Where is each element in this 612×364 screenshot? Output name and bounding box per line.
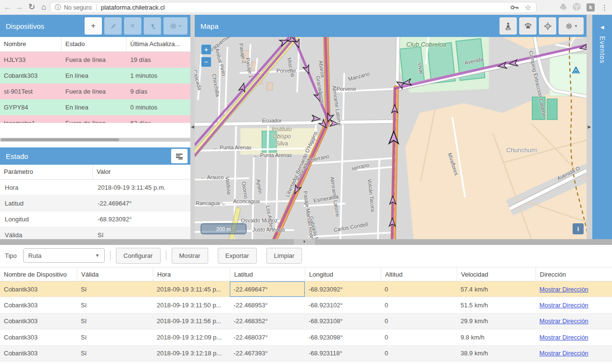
col-speed[interactable]: Velocidad	[457, 267, 536, 281]
collapse-right-icon[interactable]: ▶	[587, 124, 592, 129]
devices-horizontal-scrollbar[interactable]	[0, 138, 190, 142]
export-button[interactable]: Exportar	[218, 248, 257, 264]
col-estado[interactable]: Estado	[62, 37, 126, 51]
map-settings-button[interactable]: ▾	[559, 17, 584, 35]
report-type-value: Ruta	[28, 252, 41, 259]
chevron-down-icon: ▾	[179, 24, 181, 28]
status-list-button[interactable]	[171, 149, 187, 163]
edit-device-button[interactable]	[104, 17, 122, 35]
report-type-select[interactable]: Ruta ▼	[23, 248, 105, 263]
col-address[interactable]: Dirección	[536, 267, 612, 281]
col-time[interactable]: Hora	[153, 267, 230, 281]
device-row[interactable]: st-901Test Fuera de línea 9 días	[0, 84, 190, 99]
delete-device-button[interactable]: ×	[124, 17, 141, 35]
col-nombre[interactable]: Nombre	[0, 37, 62, 51]
cell-altitude: 0	[381, 329, 457, 345]
cell-altitude: 0	[381, 314, 457, 329]
cell-longitude: -68.923108°	[305, 314, 381, 329]
home-icon[interactable]: ⌂	[38, 1, 50, 13]
device-row[interactable]: HJLY33 Fuera de línea 19 días	[0, 52, 190, 68]
street-view-button[interactable]	[500, 17, 517, 35]
url-text[interactable]: plataforma.chiletrack.cl	[101, 4, 165, 11]
devices-panel: Dispositivos + × ▾	[0, 15, 190, 142]
configure-button[interactable]: Configurar	[116, 248, 161, 264]
collapse-left-icon[interactable]: ◀	[190, 124, 195, 129]
status-row[interactable]: Latitud -22.469647°	[0, 195, 190, 211]
key-icon[interactable]	[511, 3, 519, 12]
device-row[interactable]: tacometro1 Fuera de línea 62 días	[0, 115, 190, 123]
cell-speed: 29.9 km/h	[457, 314, 536, 329]
device-row[interactable]: Cobantk303 En línea 1 minutos	[0, 68, 190, 84]
locate-button[interactable]	[539, 17, 556, 35]
events-panel-title[interactable]: Eventos	[599, 36, 606, 64]
show-address-link[interactable]: Mostrar Dirección	[539, 286, 588, 293]
zoom-out-button[interactable]: −	[201, 57, 212, 67]
back-icon[interactable]: ←	[2, 1, 13, 13]
col-valid[interactable]: Válida	[77, 267, 153, 281]
col-altitude[interactable]: Altitud	[381, 267, 457, 281]
map-attribution-button[interactable]: i	[573, 223, 584, 234]
show-address-link[interactable]: Mostrar Dirección	[539, 317, 588, 325]
col-device[interactable]: Nombre de Dispositivo	[0, 267, 77, 281]
show-button[interactable]: Mostrar	[172, 248, 208, 264]
cell-speed: 57.4 km/h	[457, 281, 536, 297]
zoom-in-button[interactable]: +	[201, 44, 212, 55]
route-row[interactable]: Cobantk303 Sí 2018-09-19 3:12:18 p... -2…	[0, 346, 612, 362]
cell-latitude: -22.468352°	[230, 314, 305, 329]
devices-table-header[interactable]: Nombre Estado Última Actualiza...	[0, 37, 190, 52]
clear-button[interactable]: Limpiar	[266, 248, 302, 264]
info-icon[interactable]: ⓘ	[55, 3, 61, 12]
route-row-selected[interactable]: Cobantk303 Sí 2018-09-19 3:11:45 p... -2…	[0, 281, 612, 297]
status-panel: Estado Parámetro Valor Hora 2018-09-19 3…	[0, 147, 190, 239]
paw-button[interactable]	[519, 17, 537, 35]
k-extension-icon[interactable]: k	[587, 3, 595, 12]
route-table: Nombre de Dispositivo Válida Hora Latitu…	[0, 267, 612, 362]
forward-icon[interactable]: →	[13, 1, 25, 13]
reload-icon[interactable]: ↻	[26, 1, 37, 13]
status-row[interactable]: Válida Sí	[0, 227, 190, 239]
show-address-link[interactable]: Mostrar Dirección	[539, 350, 588, 357]
right-panel-splitter[interactable]: ▶	[587, 15, 592, 239]
map-scale-control: 200 m	[200, 223, 247, 234]
cell-device: Cobantk303	[0, 346, 77, 361]
upload-device-button[interactable]	[144, 17, 161, 35]
device-updated: 62 días	[126, 120, 190, 123]
device-updated: 9 días	[126, 88, 190, 95]
show-address-link[interactable]: Mostrar Dirección	[539, 302, 588, 309]
map-canvas[interactable]: Club Cobreloa Camping Extracción Calama …	[195, 37, 587, 239]
left-panel-splitter[interactable]: ◀	[190, 15, 195, 239]
bookmark-star-icon[interactable]: ☆	[525, 3, 531, 12]
scrollbar-thumb[interactable]	[1, 138, 119, 141]
device-row[interactable]: GYPY84 En línea 0 minutos	[0, 99, 190, 115]
devices-settings-button[interactable]: ▾	[163, 17, 187, 35]
security-label: No seguro	[64, 4, 92, 11]
browser-menu-icon[interactable]: ⋮	[601, 3, 608, 12]
col-longitude[interactable]: Longitud	[305, 267, 381, 281]
collapse-down-icon[interactable]: ▼	[294, 239, 315, 245]
route-table-header[interactable]: Nombre de Dispositivo Válida Hora Latitu…	[0, 267, 612, 281]
device-status: Fuera de línea	[62, 120, 126, 123]
collapse-left-icon[interactable]: ◀	[592, 24, 612, 30]
device-name: st-901Test	[0, 88, 62, 95]
show-address-link[interactable]: Mostrar Dirección	[539, 334, 588, 341]
route-row[interactable]: Cobantk303 Sí 2018-09-19 3:11:56 p... -2…	[0, 314, 612, 329]
status-table-header: Parámetro Valor	[0, 165, 190, 180]
col-latitude[interactable]: Latitud	[230, 267, 305, 281]
route-row[interactable]: Cobantk303 Sí 2018-09-19 3:11:50 p... -2…	[0, 297, 612, 313]
add-device-button[interactable]: +	[85, 17, 102, 35]
chevron-down-icon: ▾	[575, 24, 577, 28]
cell-speed: 9.8 km/h	[457, 329, 536, 345]
status-row[interactable]: Hora 2018-09-19 3:11:45 p.m.	[0, 180, 190, 195]
bottom-panel-splitter[interactable]: ▼	[0, 239, 612, 245]
col-actualizacion[interactable]: Última Actualiza...	[126, 37, 190, 51]
cell-longitude: -68.923098°	[305, 329, 381, 345]
cell-longitude: -68.923092°	[305, 281, 381, 297]
cell-latitude-focused[interactable]: -22.469647°	[230, 281, 305, 297]
route-row[interactable]: Cobantk303 Sí 2018-09-19 3:12:09 p... -2…	[0, 329, 612, 345]
cube-extension-icon[interactable]	[573, 3, 580, 12]
address-bar[interactable]: ⓘ No seguro plataforma.chiletrack.cl ☆	[50, 2, 537, 13]
events-panel-tab[interactable]: ◀ Eventos	[592, 15, 612, 239]
status-row[interactable]: Longitud -68.923092°	[0, 211, 190, 227]
param-value: Sí	[93, 231, 190, 239]
drive-extension-icon[interactable]	[560, 3, 567, 12]
